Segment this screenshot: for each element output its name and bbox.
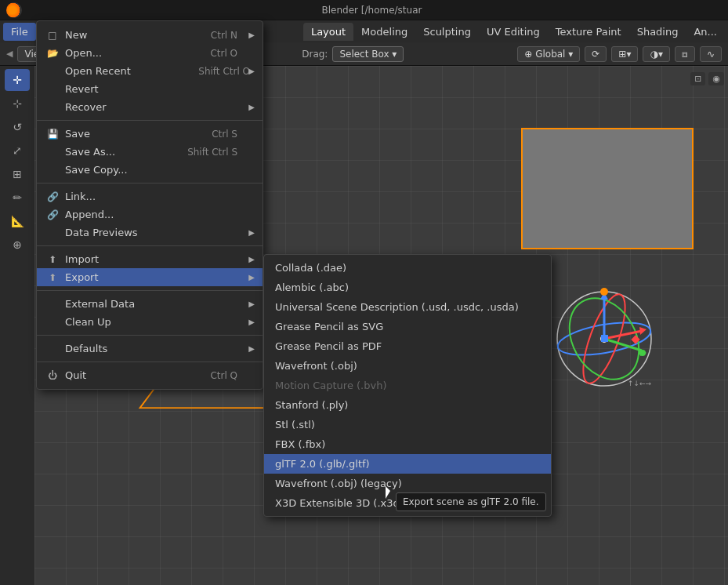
sidebar-transform-icon[interactable]: ⊞ [5, 163, 30, 185]
shading-button[interactable]: ∿ [700, 46, 722, 62]
menu-data-previews[interactable]: Data Previews [37, 223, 263, 242]
file-menu-section-2: 💾 Save Ctrl S Save As... Shift Ctrl S Sa… [37, 123, 263, 180]
export-stanford[interactable]: Stanford (.ply) [264, 395, 551, 415]
gizmo: ↑↓←→ [549, 284, 659, 394]
window-title: Blender [/home/stuar [322, 5, 422, 16]
svg-text:↑↓←→: ↑↓←→ [628, 380, 652, 387]
import-icon: ⬆ [46, 254, 59, 265]
divider-3 [37, 245, 263, 246]
menu-save-copy[interactable]: Save Copy... [37, 161, 263, 179]
export-alembic[interactable]: Alembic (.abc) [264, 278, 551, 297]
menu-open[interactable]: 📂 Open... Ctrl O [37, 44, 263, 62]
export-grease-svg[interactable]: Grease Pencil as SVG [264, 317, 551, 336]
export-gltf[interactable]: glTF 2.0 (.glb/.gltf) [264, 454, 551, 474]
snap-button[interactable]: ⊞▾ [611, 46, 638, 62]
tab-shading[interactable]: Shading [629, 23, 686, 41]
sidebar-rotate-icon[interactable]: ↺ [5, 116, 30, 138]
gizmo-svg: ↑↓←→ [549, 284, 659, 394]
divider-2 [37, 183, 263, 183]
menu-link[interactable]: 🔗 Link... [37, 187, 263, 205]
export-usd[interactable]: Universal Scene Description (.usd, .usdc… [264, 297, 551, 317]
export-icon: ⬆ [46, 272, 59, 283]
viewport-render-icon[interactable]: ◉ [708, 72, 724, 85]
export-fbx[interactable]: FBX (.fbx) [264, 434, 551, 454]
divider-1 [37, 120, 263, 121]
svg-point-14 [639, 350, 646, 356]
new-icon: □ [46, 30, 59, 41]
open-icon: 📂 [46, 48, 59, 59]
divider-6 [37, 362, 263, 362]
tab-modeling[interactable]: Modeling [353, 23, 415, 41]
xray-button[interactable]: ⧈ [675, 46, 695, 62]
menu-save[interactable]: 💾 Save Ctrl S [37, 125, 263, 143]
export-stl[interactable]: Stl (.stl) [264, 415, 551, 434]
menu-recover[interactable]: Recover [37, 98, 263, 116]
export-wavefront[interactable]: Wavefront (.obj) [264, 356, 551, 376]
viewport-nav-icons: ⊡ ◉ [690, 72, 724, 85]
top-bar: Blender [/home/stuar [0, 0, 728, 20]
export-collada[interactable]: Collada (.dae) [264, 258, 551, 278]
file-menu-section-7: ⏻ Quit Ctrl Q [37, 365, 263, 386]
append-icon: 🔗 [46, 209, 59, 220]
menu-import[interactable]: ⬆ Import [37, 250, 263, 268]
file-menu-section-6: Defaults [37, 338, 263, 359]
global-button[interactable]: ⊕ Global ▾ [517, 46, 580, 62]
svg-rect-12 [601, 335, 608, 342]
export-bvh: Motion Capture (.bvh) [264, 376, 551, 395]
menu-file[interactable]: File [3, 23, 36, 41]
sidebar-scale-icon[interactable]: ⤢ [5, 140, 30, 162]
viewport-camera-icon[interactable]: ⊡ [690, 72, 705, 85]
export-grease-pdf[interactable]: Grease Pencil as PDF [264, 336, 551, 356]
quit-icon: ⏻ [46, 370, 59, 381]
menu-external-data[interactable]: External Data [37, 295, 263, 313]
menu-defaults[interactable]: Defaults [37, 340, 263, 358]
menu-save-as[interactable]: Save As... Shift Ctrl S [37, 143, 263, 161]
toolbar-arrow: ◀ [6, 49, 13, 59]
menu-revert[interactable]: Revert [37, 80, 263, 98]
sidebar-annotate-icon[interactable]: ✏ [5, 187, 30, 209]
divider-4 [37, 290, 263, 291]
sidebar-add-icon[interactable]: ⊕ [5, 234, 30, 256]
tab-animation[interactable]: An... [686, 23, 725, 41]
save-icon: 💾 [46, 129, 59, 140]
menu-quit[interactable]: ⏻ Quit Ctrl Q [37, 366, 263, 384]
transform-button[interactable]: ⟳ [585, 46, 607, 62]
export-menu: Collada (.dae) Alembic (.abc) Universal … [263, 254, 552, 517]
menu-export[interactable]: ⬆ Export [37, 268, 263, 286]
sidebar-move-icon[interactable]: ⊹ [5, 93, 30, 114]
file-menu-section-5: External Data Clean Up [37, 293, 263, 332]
tab-sculpting[interactable]: Sculpting [415, 23, 479, 41]
menu-new[interactable]: □ New Ctrl N [37, 26, 263, 44]
menu-clean-up[interactable]: Clean Up [37, 313, 263, 331]
svg-marker-8 [639, 327, 647, 335]
tab-layout[interactable]: Layout [303, 23, 353, 41]
export-wavefront-legacy[interactable]: Wavefront (.obj) (legacy) [264, 474, 551, 493]
sidebar-measure-icon[interactable]: 📐 [5, 210, 30, 232]
sidebar-cursor-icon[interactable]: ✛ [5, 69, 30, 91]
link-icon: 🔗 [46, 191, 59, 202]
file-menu: □ New Ctrl N 📂 Open... Ctrl O Open Recen… [36, 20, 263, 390]
tab-uv-editing[interactable]: UV Editing [479, 23, 548, 41]
left-sidebar: ✛ ⊹ ↺ ⤢ ⊞ ✏ 📐 ⊕ [0, 66, 34, 585]
file-menu-section-1: □ New Ctrl N 📂 Open... Ctrl O Open Recen… [37, 24, 263, 118]
file-menu-section-4: ⬆ Import ⬆ Export [37, 249, 263, 288]
select-box-button[interactable]: Select Box ▾ [332, 46, 404, 62]
blender-logo [6, 2, 22, 18]
divider-5 [37, 335, 263, 336]
file-menu-section-3: 🔗 Link... 🔗 Append... Data Previews [37, 186, 263, 243]
svg-point-11 [600, 288, 608, 296]
menu-append[interactable]: 🔗 Append... [37, 205, 263, 223]
tooltip: Export scene as glTF 2.0 file. [396, 492, 546, 511]
gray-box [521, 128, 694, 249]
drag-label: Drag: [302, 49, 328, 60]
menu-open-recent[interactable]: Open Recent Shift Ctrl O [37, 62, 263, 80]
overlay-button[interactable]: ◑▾ [643, 46, 670, 62]
tab-texture-paint[interactable]: Texture Paint [548, 23, 629, 41]
top-bar-left [6, 2, 22, 18]
mouse-cursor [386, 486, 395, 500]
